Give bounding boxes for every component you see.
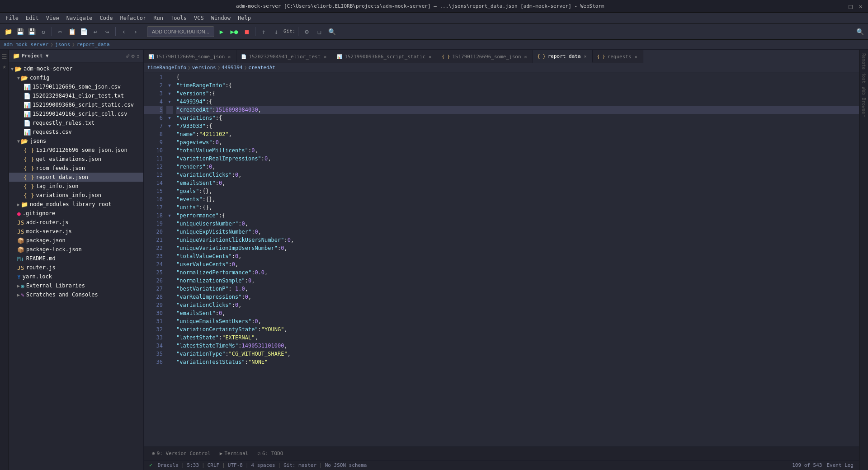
line-ending-status[interactable]: CRLF (206, 462, 222, 468)
run-btn[interactable]: ▶ (216, 26, 227, 37)
git-branch-status[interactable]: Git: master (282, 462, 318, 468)
cut-btn[interactable]: ✂ (55, 26, 66, 37)
web-browser-label[interactable]: Web Browser (861, 85, 866, 118)
gutter-fold-4[interactable]: ▼ (166, 98, 173, 106)
redo-btn[interactable]: ↪ (102, 26, 113, 37)
save-all-btn[interactable]: 💾 (26, 26, 37, 37)
terminal-tab[interactable]: ▶ Terminal (215, 449, 253, 458)
expand-icon[interactable]: ↕ (137, 53, 140, 59)
gutter-fold-2[interactable]: ▼ (166, 81, 173, 89)
tab-tab1[interactable]: 📊1517901126696_some_json✕ (144, 50, 236, 63)
back-btn[interactable]: ‹ (118, 26, 129, 37)
ebc-createdAt[interactable]: createdAt (248, 65, 275, 70)
tab-close-btn[interactable]: ✕ (428, 54, 432, 60)
bc-file[interactable]: report_data (77, 42, 110, 47)
remote-host-label[interactable]: Remote Host (861, 52, 866, 85)
search-btn[interactable]: 🔍 (854, 26, 865, 37)
tree-item-1520232984941_elior_test-txt[interactable]: 📄1520232984941_elior_test.txt (9, 91, 143, 100)
tree-item-add-router-js[interactable]: JSadd-router.js (9, 218, 143, 227)
tree-item-package-lock-json[interactable]: 📦package-lock.json (9, 245, 143, 254)
tree-item-external-libraries[interactable]: ▶◉External Libraries (9, 281, 143, 290)
position-status[interactable]: 109 of 543 (790, 462, 824, 468)
menu-item-navigate[interactable]: Navigate (63, 14, 96, 22)
settings-btn[interactable]: ⚙ (301, 26, 312, 37)
menu-item-vcs[interactable]: VCS (190, 14, 208, 22)
theme-status[interactable]: Dracula (156, 462, 180, 468)
menu-item-code[interactable]: Code (96, 14, 117, 22)
tab-tab5[interactable]: { }report_data✕ (533, 50, 593, 63)
ebc-timeRangeInfo[interactable]: timeRangeInfo (147, 65, 186, 70)
tree-item-mock-server-js[interactable]: JSmock-server.js (9, 227, 143, 236)
tree-item-tag_info-json[interactable]: { }tag_info.json (9, 182, 143, 191)
bc-root[interactable]: adm-mock-server (4, 42, 48, 47)
menu-item-view[interactable]: View (42, 14, 63, 22)
todo-tab[interactable]: ☑ 6: TODO (253, 449, 288, 458)
tree-item-report_data-json[interactable]: { }report_data.json (9, 173, 143, 182)
tree-item-get_estimations-json[interactable]: { }get_estimations.json (9, 155, 143, 164)
copy-btn[interactable]: 📋 (66, 26, 77, 37)
close-button[interactable]: ✕ (857, 3, 864, 10)
line-col-status[interactable]: 5:33 (185, 462, 201, 468)
tree-item-readme-md[interactable]: M↓README.md (9, 254, 143, 263)
structure-icon[interactable]: ☰ (1, 53, 7, 60)
json-schema-status[interactable]: No JSON schema (323, 462, 369, 468)
tree-item-jsons[interactable]: ▼📂jsons (9, 136, 143, 146)
ebc-versions[interactable]: versions (192, 65, 216, 70)
tree-item-1517901126696_some_json-csv[interactable]: 📊1517901126696_some_json.csv (9, 82, 143, 91)
stop-btn[interactable]: ■ (241, 26, 252, 37)
tree-item-variations_info-json[interactable]: { }variations_info.json (9, 191, 143, 200)
no-problems-icon[interactable]: ✓ (147, 462, 154, 468)
encoding-status[interactable]: UTF-8 (226, 462, 245, 468)
save-btn[interactable]: 💾 (14, 26, 25, 37)
gear-icon[interactable]: ⚙ (132, 53, 135, 59)
tree-item-router-js[interactable]: JSrouter.js (9, 263, 143, 272)
git-push-btn[interactable]: ↓ (271, 26, 282, 37)
tree-item-requestly_rules-txt[interactable]: 📄requestly_rules.txt (9, 118, 143, 127)
tree-item-node_modules-library-root[interactable]: ▶📁node_modules library root (9, 200, 143, 209)
tree-item-rcom_feeds-json[interactable]: { }rcom_feeds.json (9, 164, 143, 173)
bc-jsons[interactable]: jsons (55, 42, 70, 47)
menu-item-refactor[interactable]: Refactor (116, 14, 150, 22)
forward-btn[interactable]: › (130, 26, 141, 37)
paste-btn[interactable]: 📄 (78, 26, 89, 37)
tree-item-scratches-and-consoles[interactable]: ▶✎Scratches and Consoles (9, 290, 143, 299)
project-icon[interactable]: 📁 (3, 26, 14, 37)
maximize-button[interactable]: □ (847, 3, 854, 10)
tab-tab6[interactable]: { }requests✕ (593, 50, 643, 63)
tree-item-1517901126696_some_json-json[interactable]: { }1517901126696_some_json.json (9, 146, 143, 155)
gutter-fold-3[interactable]: ▼ (166, 89, 173, 98)
tab-close-btn[interactable]: ✕ (583, 53, 588, 59)
menu-item-edit[interactable]: Edit (22, 14, 42, 22)
menu-item-window[interactable]: Window (208, 14, 234, 22)
gutter-fold-18[interactable]: ▼ (166, 212, 173, 220)
minimize-button[interactable]: – (837, 3, 844, 10)
gutter-fold-6[interactable]: ▼ (166, 114, 173, 122)
menu-item-run[interactable]: Run (150, 14, 167, 22)
event-log-status[interactable]: Event Log (825, 462, 855, 468)
code-area[interactable]: { "timeRangeInfo": { "versions": { "4499… (173, 72, 859, 446)
tab-close-btn[interactable]: ✕ (227, 54, 231, 60)
tree-item-yarn-lock[interactable]: Yyarn.lock (9, 272, 143, 281)
ebc-4499394[interactable]: 4499394 (222, 65, 242, 70)
tree-item-1521990093686_script_static-csv[interactable]: 📊1521990093686_script_static.csv (9, 100, 143, 109)
tab-tab2[interactable]: 📄1520232984941_elior_test✕ (236, 50, 332, 63)
favorites-icon[interactable]: ★ (2, 63, 6, 70)
menu-item-tools[interactable]: Tools (167, 14, 190, 22)
tree-item-adm-mock-server[interactable]: ▼📂adm-mock-server (9, 64, 143, 73)
sync-btn[interactable]: ↻ (38, 26, 49, 37)
tree-item-config[interactable]: ▼📂config (9, 73, 143, 82)
git-update-btn[interactable]: ↑ (258, 26, 269, 37)
plugins-btn[interactable]: ❏ (314, 26, 325, 37)
tree-item-package-json[interactable]: 📦package.json (9, 236, 143, 245)
tab-close-btn[interactable]: ✕ (524, 54, 528, 60)
menu-item-help[interactable]: Help (234, 14, 255, 22)
scope-icon[interactable]: ☍ (126, 53, 129, 59)
version-control-tab[interactable]: ⚙ 9: Version Control (147, 449, 215, 458)
tab-tab4[interactable]: { }1517901126696_some_json✕ (437, 50, 533, 63)
tab-close-btn[interactable]: ✕ (634, 54, 638, 60)
gutter-fold-7[interactable]: ▼ (166, 122, 173, 130)
search-everywhere-btn[interactable]: 🔍 (326, 26, 337, 37)
indent-status[interactable]: 4 spaces (250, 462, 277, 468)
tree-item--gitignore[interactable]: ●.gitignore (9, 209, 143, 218)
tree-item-requests-csv[interactable]: 📊requests.csv (9, 127, 143, 136)
